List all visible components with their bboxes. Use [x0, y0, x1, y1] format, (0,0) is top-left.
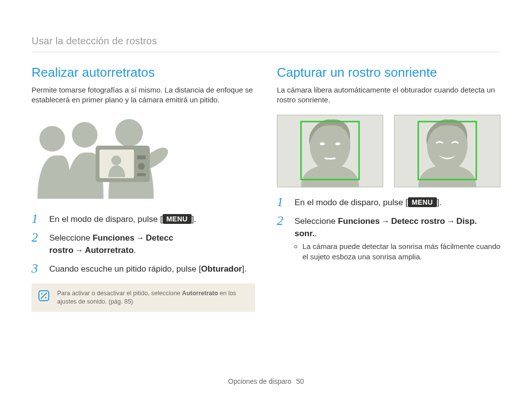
note-text: Para activar o desactivar el pitido, sel…	[57, 290, 182, 297]
step-text: ].	[242, 264, 246, 274]
step-text-bold: Funciones	[93, 233, 134, 243]
selfie-illustration	[32, 116, 174, 200]
note-box: Para activar o desactivar el pitido, sel…	[32, 283, 255, 312]
step-number: 1	[277, 196, 288, 209]
svg-rect-8	[137, 173, 146, 176]
step-number: 3	[32, 262, 42, 275]
step-number: 2	[277, 215, 288, 227]
svg-rect-6	[137, 155, 146, 159]
face-smiling-illustration	[394, 114, 500, 188]
content-columns: Realizar autorretratos Permite tomarse f…	[32, 65, 500, 312]
divider	[32, 52, 500, 52]
step-text: Seleccione	[49, 233, 93, 243]
bullet-item: La cámara puede detectar la sonrisa más …	[302, 242, 500, 262]
step-2-right: 2 Seleccione Funciones→Detecc rostro→Dis…	[277, 216, 500, 262]
arrow-icon: →	[381, 216, 390, 226]
step-bullets: La cámara puede detectar la sonrisa más …	[295, 242, 500, 262]
svg-point-12	[45, 297, 46, 298]
step-text-bold: Obturador	[201, 264, 242, 274]
step-number: 1	[32, 213, 42, 225]
step-text: En el modo de disparo, pulse [	[295, 198, 408, 207]
menu-icon: MENU	[408, 197, 437, 208]
step-text: Cuando escuche un pitido rápido, pulse [	[49, 264, 201, 274]
lead-right: La cámara libera automáticamente el obtu…	[277, 85, 500, 105]
step-1-left: 1 En el modo de disparo, pulse [MENU].	[32, 214, 255, 226]
note-text-bold: Autorretrato	[182, 290, 218, 297]
section-title-left: Realizar autorretratos	[32, 65, 255, 80]
menu-icon: MENU	[163, 214, 192, 224]
step-1-right: 1 En el modo de disparo, pulse [MENU].	[277, 197, 500, 209]
note-icon	[38, 290, 49, 301]
steps-left: 1 En el modo de disparo, pulse [MENU]. 2…	[32, 214, 255, 276]
face-neutral-illustration	[277, 114, 383, 188]
right-column: Capturar un rostro sonriente La cámara l…	[277, 65, 500, 312]
step-text: Seleccione	[295, 216, 338, 226]
svg-point-1	[72, 122, 98, 148]
step-3-left: 3 Cuando escuche un pitido rápido, pulse…	[32, 263, 255, 276]
svg-point-15	[320, 142, 325, 145]
svg-point-16	[335, 142, 340, 145]
arrow-icon: →	[75, 246, 83, 255]
arrow-icon: →	[136, 233, 144, 243]
lead-left: Permite tomarse fotografías a sí mismo. …	[32, 85, 255, 105]
page: Usar la detección de rostros Realizar au…	[0, 0, 532, 401]
page-number: 50	[296, 377, 304, 385]
svg-point-0	[39, 126, 65, 152]
svg-point-5	[111, 155, 121, 165]
step-text: .	[315, 229, 317, 238]
left-column: Realizar autorretratos Permite tomarse f…	[32, 65, 255, 312]
section-title-right: Capturar un rostro sonriente	[277, 65, 500, 80]
step-number: 2	[32, 231, 42, 244]
step-text-bold: Funciones	[338, 216, 380, 226]
footer-label: Opciones de disparo	[228, 377, 291, 385]
steps-right: 1 En el modo de disparo, pulse [MENU]. 2…	[277, 197, 500, 262]
svg-point-7	[138, 163, 145, 170]
step-text: ].	[192, 215, 196, 224]
step-text-bold: Detecc rostro	[391, 216, 445, 226]
svg-point-11	[41, 293, 42, 294]
breadcrumb: Usar la detección de rostros	[32, 35, 500, 47]
step-2-left: 2 Seleccione Funciones→Detecc rostro→Aut…	[32, 232, 255, 256]
step-text-bold: Autorretrato	[85, 246, 133, 255]
arrow-icon: →	[447, 216, 455, 226]
step-text: En el modo de disparo, pulse [	[49, 215, 163, 224]
svg-point-2	[115, 119, 143, 147]
step-text: ].	[437, 198, 441, 207]
face-examples	[277, 114, 500, 188]
page-footer: Opciones de disparo 50	[0, 377, 532, 385]
